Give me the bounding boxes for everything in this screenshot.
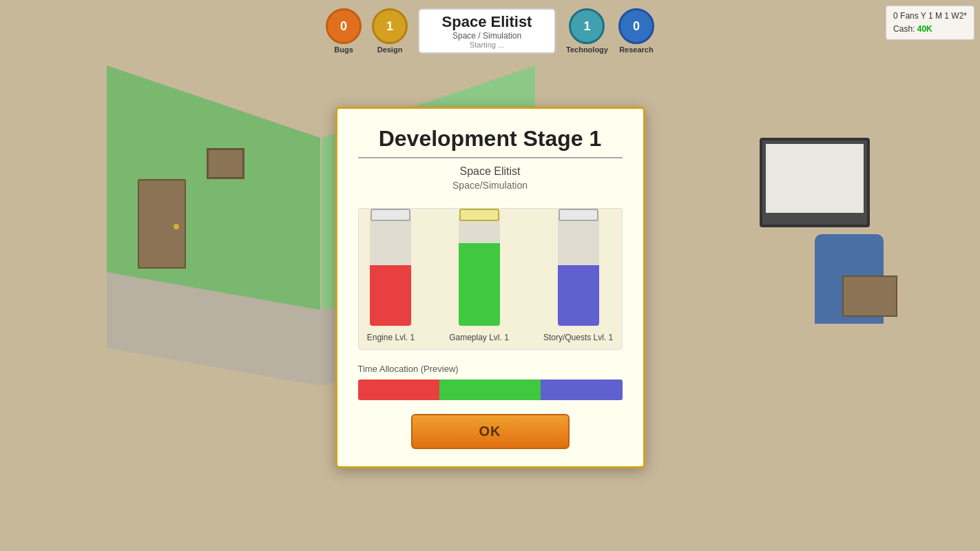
stats-panel: 0 Fans Y 1 M 1 W2* Cash: 40K [886, 6, 974, 40]
research-count: 0 [633, 19, 640, 34]
time-allocation-bar [358, 380, 623, 400]
research-label: Research [619, 45, 654, 54]
picture-frame [207, 148, 244, 179]
engine-slider-thumb[interactable] [371, 209, 410, 221]
game-status: Starting ... [437, 41, 537, 49]
story-slider-fill [558, 265, 599, 326]
ok-button[interactable]: OK [411, 414, 570, 449]
design-count: 1 [386, 19, 393, 34]
story-slider-item[interactable]: Story/Quests Lvl. 1 [543, 216, 613, 342]
door-knob [174, 224, 179, 229]
game-title-block: Space Elitist Space / Simulation Startin… [418, 8, 556, 54]
technology-count: 1 [583, 19, 590, 34]
fans-stat: 0 Fans Y 1 M 1 W2* [893, 10, 967, 23]
cash-stat: Cash: 40K [893, 23, 967, 36]
modal-genre: Space/Simulation [358, 180, 623, 191]
monitor-screen [766, 144, 864, 213]
story-slider-label: Story/Quests Lvl. 1 [543, 333, 613, 342]
engine-slider-fill [370, 265, 411, 326]
technology-label: Technology [566, 45, 608, 54]
development-stage-modal: Development Stage 1 Space Elitist Space/… [335, 107, 645, 468]
monitor [760, 138, 870, 227]
time-seg-story [541, 380, 622, 400]
gameplay-slider-fill [459, 243, 500, 326]
bugs-badge[interactable]: 0 Bugs [326, 8, 362, 54]
engine-slider-track[interactable] [370, 216, 411, 326]
design-label: Design [377, 45, 403, 54]
gameplay-slider-item[interactable]: Gameplay Lvl. 1 [449, 216, 509, 342]
research-badge[interactable]: 0 Research [618, 8, 654, 54]
storage-box [842, 276, 897, 317]
technology-circle[interactable]: 1 [569, 8, 605, 44]
game-genre: Space / Simulation [437, 31, 537, 41]
design-badge[interactable]: 1 Design [372, 8, 408, 54]
bugs-circle[interactable]: 0 [326, 8, 362, 44]
gameplay-slider-label: Gameplay Lvl. 1 [449, 333, 509, 342]
time-allocation-section: Time Allocation (Preview) [358, 364, 623, 400]
top-navigation: 0 Bugs 1 Design Space Elitist Space / Si… [0, 0, 980, 62]
modal-divider [358, 157, 623, 158]
engine-slider-label: Engine Lvl. 1 [367, 333, 415, 342]
technology-badge[interactable]: 1 Technology [566, 8, 608, 54]
gameplay-slider-thumb[interactable] [459, 209, 499, 221]
story-slider-thumb[interactable] [559, 209, 598, 221]
time-seg-gameplay [439, 380, 541, 400]
modal-title: Development Stage 1 [358, 126, 623, 152]
game-title: Space Elitist [437, 13, 537, 31]
design-circle[interactable]: 1 [372, 8, 408, 44]
modal-game-name: Space Elitist [358, 165, 623, 178]
cash-value: 40K [917, 24, 932, 34]
time-seg-engine [358, 380, 439, 400]
gameplay-slider-track[interactable] [459, 216, 500, 326]
sliders-container: Engine Lvl. 1 Gameplay Lvl. 1 Story/Ques… [358, 208, 623, 350]
research-circle[interactable]: 0 [618, 8, 654, 44]
engine-slider-item[interactable]: Engine Lvl. 1 [367, 216, 415, 342]
cash-label: Cash: [893, 24, 915, 34]
time-allocation-label: Time Allocation (Preview) [358, 364, 623, 374]
door [138, 179, 186, 269]
bugs-label: Bugs [334, 45, 353, 54]
story-slider-track[interactable] [558, 216, 599, 326]
bugs-count: 0 [340, 19, 347, 34]
